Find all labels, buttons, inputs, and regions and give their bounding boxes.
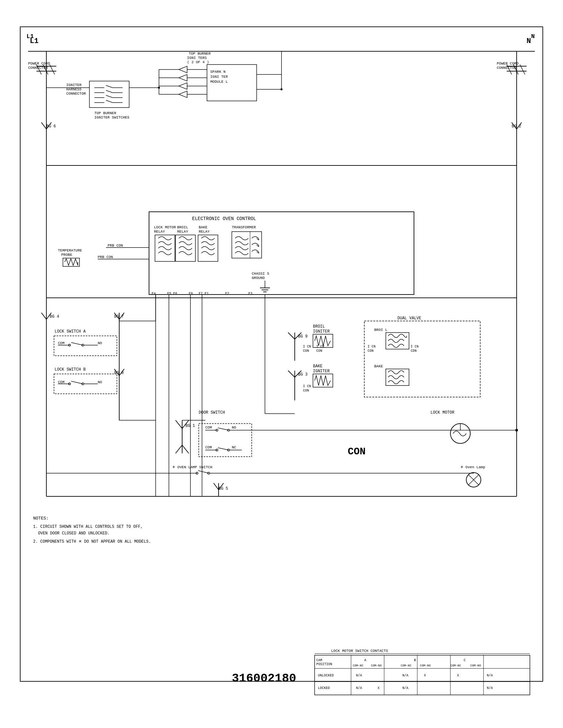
svg-line-129 bbox=[71, 342, 83, 345]
svg-text:CON: CON bbox=[303, 389, 309, 392]
svg-text:COM: COM bbox=[205, 445, 212, 449]
svg-text:1.  CIRCUIT SHOWN WITH ALL CON: 1. CIRCUIT SHOWN WITH ALL CONTROLS SET T… bbox=[33, 524, 143, 529]
svg-line-197 bbox=[198, 471, 209, 473]
svg-text:E7 E1: E7 E1 bbox=[199, 292, 209, 296]
svg-text:NO: NO bbox=[232, 426, 236, 430]
svg-text:BG 9: BG 9 bbox=[298, 334, 308, 339]
svg-line-178 bbox=[182, 445, 189, 453]
svg-text:BROI L: BROI L bbox=[374, 328, 388, 332]
svg-line-56 bbox=[106, 95, 113, 98]
svg-text:LOCKED: LOCKED bbox=[318, 686, 330, 690]
svg-line-154 bbox=[288, 371, 295, 377]
svg-text:COM-NC: COM-NC bbox=[450, 664, 461, 667]
svg-text:DUAL VALVE: DUAL VALVE bbox=[398, 316, 421, 321]
svg-text:DOOR SWITCH: DOOR SWITCH bbox=[199, 410, 225, 415]
svg-text:NO: NO bbox=[98, 380, 102, 384]
svg-text:BAKE: BAKE bbox=[199, 225, 208, 229]
svg-text:CHASSI S: CHASSI S bbox=[252, 272, 269, 276]
svg-text:N/A: N/A bbox=[487, 674, 493, 677]
svg-text:N/A: N/A bbox=[356, 674, 362, 677]
svg-text:COM-NO: COM-NO bbox=[371, 664, 382, 667]
svg-text:ELECTRONIC OVEN CONTROL: ELECTRONIC OVEN CONTROL bbox=[192, 216, 256, 221]
svg-text:✳ OVEN LAMP SWITCH: ✳ OVEN LAMP SWITCH bbox=[172, 465, 212, 469]
svg-text:E9: E9 bbox=[189, 292, 193, 296]
svg-text:MODULE   L: MODULE L bbox=[210, 80, 228, 84]
svg-line-53 bbox=[106, 90, 113, 93]
svg-text:COM: COM bbox=[58, 341, 65, 345]
svg-text:B: B bbox=[414, 659, 416, 662]
l1-label: L1 bbox=[26, 33, 34, 40]
svg-text:N/A: N/A bbox=[356, 686, 362, 690]
svg-text:RELAY: RELAY bbox=[154, 230, 165, 234]
svg-text:LOCK MOTOR: LOCK MOTOR bbox=[154, 225, 176, 229]
n-label: N bbox=[531, 33, 535, 40]
svg-text:I CN: I CN bbox=[316, 345, 324, 348]
svg-marker-30 bbox=[179, 83, 187, 89]
svg-text:CON: CON bbox=[316, 349, 322, 353]
svg-text:OVEN DOOR CLOSED AND UNLOCKED.: OVEN DOOR CLOSED AND UNLOCKED. bbox=[38, 531, 110, 536]
svg-line-113 bbox=[41, 313, 46, 319]
svg-text:X: X bbox=[457, 674, 459, 677]
svg-text:HARNESS: HARNESS bbox=[66, 87, 82, 91]
svg-text:TOP BURNER: TOP BURNER bbox=[94, 111, 116, 115]
svg-text:BAKE: BAKE bbox=[374, 364, 383, 368]
svg-line-50 bbox=[106, 85, 113, 88]
svg-text:E2: E2 bbox=[225, 292, 229, 296]
svg-text:BG 3: BG 3 bbox=[298, 372, 308, 377]
svg-text:X: X bbox=[424, 674, 426, 677]
svg-text:GROUND: GROUND bbox=[252, 276, 265, 280]
svg-text:BG 4: BG 4 bbox=[50, 314, 59, 319]
svg-text:IGNITER SWITCHES: IGNITER SWITCHES bbox=[94, 115, 129, 119]
svg-text:CON: CON bbox=[368, 349, 374, 353]
svg-text:I CN: I CN bbox=[303, 345, 311, 348]
svg-rect-222 bbox=[315, 655, 530, 695]
svg-text:NO: NO bbox=[98, 341, 102, 345]
svg-text:TEMPERATURE: TEMPERATURE bbox=[58, 249, 82, 252]
svg-line-72 bbox=[41, 122, 46, 129]
svg-text:UNLOCKED: UNLOCKED bbox=[318, 674, 334, 677]
svg-text:( 2 OF 4 ): ( 2 OF 4 ) bbox=[187, 60, 209, 64]
svg-text:RELAY: RELAY bbox=[177, 230, 188, 234]
svg-line-177 bbox=[175, 445, 182, 453]
svg-text:BROIL: BROIL bbox=[313, 324, 325, 329]
svg-text:BAKE: BAKE bbox=[313, 364, 323, 369]
svg-text:POWER CORD: POWER CORD bbox=[497, 62, 519, 66]
svg-text:I CN: I CN bbox=[411, 345, 419, 348]
svg-text:IGNITER: IGNITER bbox=[66, 83, 82, 87]
svg-rect-78 bbox=[149, 212, 414, 295]
svg-text:X: X bbox=[378, 686, 380, 690]
svg-text:IGNITER: IGNITER bbox=[313, 369, 330, 374]
svg-text:LOCK MOTOR SWITCH CONTACTS: LOCK MOTOR SWITCH CONTACTS bbox=[331, 649, 388, 653]
svg-text:✳ Oven Lamp: ✳ Oven Lamp bbox=[460, 465, 485, 469]
svg-marker-27 bbox=[179, 74, 187, 81]
svg-line-202 bbox=[213, 483, 218, 490]
svg-marker-24 bbox=[179, 66, 187, 73]
svg-text:COM: COM bbox=[58, 380, 65, 384]
svg-rect-124 bbox=[54, 336, 117, 356]
svg-text:N/A: N/A bbox=[487, 686, 493, 690]
svg-text:316002180: 316002180 bbox=[232, 672, 296, 685]
svg-text:I CN: I CN bbox=[303, 385, 311, 388]
svg-text:SPARK  N: SPARK N bbox=[210, 70, 225, 74]
svg-text:PRB CON: PRB CON bbox=[98, 255, 113, 259]
svg-rect-48 bbox=[89, 81, 129, 108]
svg-line-138 bbox=[71, 381, 83, 384]
svg-text:CON: CON bbox=[348, 446, 366, 457]
svg-text:PROBE: PROBE bbox=[61, 253, 72, 257]
svg-text:IGNI TERS: IGNI TERS bbox=[187, 56, 207, 60]
svg-text:C: C bbox=[464, 659, 466, 662]
svg-text:CONNECTOR: CONNECTOR bbox=[497, 66, 517, 70]
svg-text:RELAY: RELAY bbox=[199, 230, 210, 234]
svg-text:COM-NC: COM-NC bbox=[401, 664, 412, 667]
svg-text:COM: COM bbox=[205, 426, 212, 430]
svg-text:BG 5: BG 5 bbox=[218, 486, 228, 491]
svg-text:POWER CORD: POWER CORD bbox=[28, 62, 50, 66]
svg-text:NOTES:: NOTES: bbox=[33, 516, 49, 521]
svg-text:CDN: CDN bbox=[411, 349, 417, 353]
svg-text:PRB CON: PRB CON bbox=[108, 244, 123, 248]
svg-text:TOP BURNER: TOP BURNER bbox=[189, 52, 211, 56]
svg-text:2.  COMPONENTS WITH  ✳  DO NOT: 2. COMPONENTS WITH ✳ DO NOT APPEAR ON AL… bbox=[33, 539, 151, 544]
svg-text:E4: E4 bbox=[152, 292, 156, 296]
svg-text:COM-NO: COM-NO bbox=[470, 664, 481, 667]
svg-text:CONNECTOR: CONNECTOR bbox=[28, 66, 48, 70]
